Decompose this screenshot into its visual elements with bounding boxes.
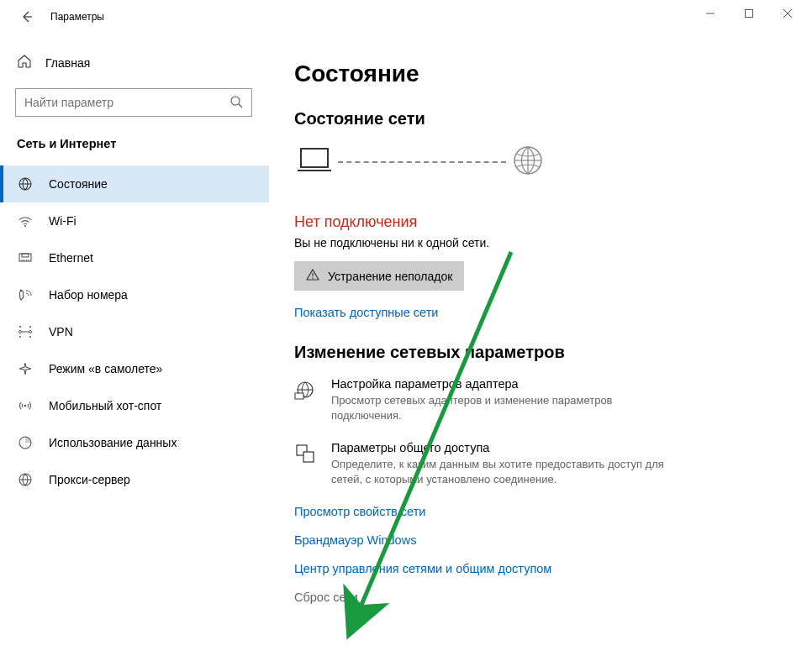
adapter-options-row[interactable]: Настройка параметров адаптера Просмотр с…	[294, 377, 782, 423]
sidebar-item-vpn[interactable]: VPN	[0, 313, 269, 350]
airplane-icon	[17, 360, 34, 377]
sidebar-item-label: Ethernet	[49, 251, 93, 265]
status-icon	[17, 176, 34, 192]
adapter-icon	[294, 377, 316, 423]
search-box[interactable]	[15, 88, 252, 117]
sidebar-item-status[interactable]: Состояние	[0, 165, 269, 202]
sidebar-item-ethernet[interactable]: Ethernet	[0, 239, 269, 276]
sidebar-item-label: Набор номера	[49, 288, 128, 302]
hotspot-icon	[17, 397, 34, 414]
no-connection-subtitle: Вы не подключены ни к одной сети.	[294, 236, 782, 249]
svg-rect-36	[295, 393, 303, 399]
home-icon	[17, 54, 32, 71]
sharing-options-row[interactable]: Параметры общего доступа Определите, к к…	[294, 441, 782, 486]
svg-rect-2	[746, 10, 753, 18]
firewall-link[interactable]: Брандмауэр Windows	[294, 533, 782, 547]
ethernet-icon	[17, 249, 34, 266]
proxy-icon	[17, 471, 34, 488]
page-title: Состояние	[294, 60, 782, 87]
view-props-link[interactable]: Просмотр свойств сети	[294, 505, 782, 518]
vpn-icon	[17, 323, 34, 340]
window-title: Параметры	[50, 11, 104, 23]
sharing-icon	[294, 441, 316, 486]
back-button[interactable]	[15, 5, 39, 29]
svg-point-9	[24, 225, 26, 227]
svg-point-33	[312, 277, 314, 279]
sidebar-item-data-usage[interactable]: Использование данных	[0, 424, 269, 461]
main-content: Состояние Состояние сети Нет подключения…	[269, 34, 807, 672]
no-connection-title: Нет подключения	[294, 213, 782, 231]
svg-point-23	[24, 405, 27, 407]
sidebar-item-label: Режим «в самолете»	[49, 362, 162, 375]
sidebar-item-label: Прокси-сервер	[49, 473, 130, 486]
sidebar-item-label: Использование данных	[49, 436, 177, 449]
titlebar: Параметры	[0, 0, 807, 34]
warning-icon	[306, 268, 319, 284]
sidebar-item-hotspot[interactable]: Мобильный хот-спот	[0, 387, 269, 424]
sidebar-item-label: Мобильный хот-спот	[49, 399, 161, 412]
network-diagram	[294, 144, 782, 180]
maximize-button[interactable]	[730, 0, 768, 27]
minimize-button[interactable]	[691, 0, 730, 27]
connection-line	[338, 161, 506, 163]
control-center-link[interactable]: Центр управления сетями и общим доступом	[294, 562, 782, 575]
adapter-desc: Просмотр сетевых адаптеров и изменение п…	[331, 393, 684, 423]
close-button[interactable]	[768, 0, 807, 27]
search-input[interactable]	[24, 96, 210, 109]
svg-point-5	[231, 97, 240, 105]
troubleshoot-label: Устранение неполадок	[328, 270, 452, 283]
sidebar-item-airplane[interactable]: Режим «в самолете»	[0, 350, 269, 387]
svg-point-20	[29, 326, 31, 328]
sharing-desc: Определите, к каким данным вы хотите пре…	[331, 457, 684, 486]
svg-point-19	[19, 326, 21, 328]
window-controls	[691, 0, 807, 27]
svg-point-17	[29, 331, 32, 333]
home-link[interactable]: Главная	[0, 49, 269, 76]
adapter-title: Настройка параметров адаптера	[331, 377, 684, 391]
sidebar-item-label: Wi-Fi	[49, 214, 76, 228]
sidebar-item-dialup[interactable]: Набор номера	[0, 276, 269, 313]
wifi-icon	[17, 213, 34, 229]
show-networks-link[interactable]: Показать доступные сети	[294, 306, 438, 319]
sharing-title: Параметры общего доступа	[331, 441, 684, 454]
dialup-icon	[17, 286, 34, 303]
globe-icon	[511, 144, 545, 180]
reset-network-link[interactable]: Сброс сети	[294, 591, 358, 604]
svg-rect-27	[301, 149, 328, 167]
sidebar-item-wifi[interactable]: Wi-Fi	[0, 202, 269, 239]
svg-rect-11	[22, 254, 29, 257]
sidebar-item-label: Состояние	[49, 177, 108, 191]
network-status-heading: Состояние сети	[294, 109, 782, 129]
laptop-icon	[296, 145, 333, 178]
home-label: Главная	[45, 56, 90, 70]
svg-point-21	[19, 336, 21, 338]
svg-point-22	[29, 336, 31, 338]
sidebar-item-proxy[interactable]: Прокси-сервер	[0, 461, 269, 498]
svg-rect-38	[303, 452, 314, 462]
data-usage-icon	[17, 434, 34, 451]
sidebar-item-label: VPN	[49, 325, 73, 339]
change-network-heading: Изменение сетевых параметров	[294, 343, 782, 362]
sidebar: Главная Сеть и Интернет Состояние Wi-Fi	[0, 34, 269, 672]
sidebar-category: Сеть и Интернет	[0, 137, 269, 150]
svg-point-16	[19, 331, 22, 333]
search-icon	[229, 95, 243, 111]
svg-line-6	[239, 104, 242, 108]
troubleshoot-button[interactable]: Устранение неполадок	[294, 261, 464, 291]
